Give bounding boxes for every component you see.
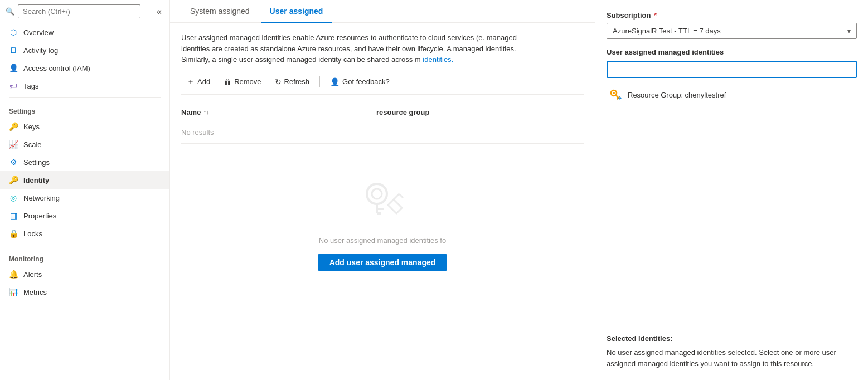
data-table: Name ↑↓ resource group No results <box>181 104 584 144</box>
identities-link[interactable]: identities. <box>423 55 453 64</box>
empty-state-text: No user assigned managed identities fo <box>319 236 446 245</box>
identity-key-icon: ↑ <box>609 88 622 101</box>
collapse-button[interactable]: « <box>154 6 164 18</box>
dropdown-arrow-icon: ▾ <box>847 27 851 35</box>
search-icon: 🔍 <box>6 7 14 16</box>
monitoring-divider <box>9 245 161 245</box>
tabs-row: System assigned User assigned <box>170 0 595 23</box>
svg-text:↑: ↑ <box>619 96 620 99</box>
settings-divider <box>9 97 161 98</box>
add-button[interactable]: ＋ Add <box>181 74 216 90</box>
sort-icon[interactable]: ↑↓ <box>203 109 209 115</box>
sidebar-item-overview[interactable]: ⬡ Overview <box>0 23 169 41</box>
main-content: System assigned User assigned User assig… <box>170 0 595 380</box>
settings-icon: ⚙ <box>9 158 18 167</box>
svg-point-9 <box>613 92 615 94</box>
add-user-assigned-button[interactable]: Add user assigned managed <box>318 254 447 271</box>
sidebar-item-activity-log[interactable]: 🗒 Activity log <box>0 41 169 59</box>
settings-section-label: Settings <box>0 100 169 118</box>
col-header-resource-group: resource group <box>376 108 584 116</box>
alerts-icon: 🔔 <box>9 270 18 279</box>
identity-icon: 🔑 <box>9 176 18 184</box>
sidebar: 🔍 « ⬡ Overview 🗒 Activity log 👤 Access c… <box>0 0 170 380</box>
selected-identities-label: Selected identities: <box>607 334 857 343</box>
monitoring-section-label: Monitoring <box>0 247 169 265</box>
col-header-name: Name ↑↓ <box>181 108 376 116</box>
selected-identities-text: No user assigned managed identities sele… <box>607 347 857 369</box>
empty-state: No user assigned managed identities fo A… <box>181 144 584 282</box>
search-bar: 🔍 « <box>0 0 169 23</box>
tags-icon: 🏷 <box>9 81 18 90</box>
subscription-dropdown[interactable]: AzureSignalR Test - TTL = 7 days ▾ <box>607 23 857 39</box>
sidebar-item-networking[interactable]: ◎ Networking <box>0 189 169 207</box>
sidebar-item-access-control[interactable]: 👤 Access control (IAM) <box>0 59 169 77</box>
sidebar-item-alerts[interactable]: 🔔 Alerts <box>0 265 169 283</box>
empty-state-icon <box>357 177 408 227</box>
properties-icon: ▦ <box>9 211 18 220</box>
sidebar-item-scale[interactable]: 📈 Scale <box>0 135 169 153</box>
add-icon: ＋ <box>187 77 195 87</box>
toolbar-divider <box>319 76 320 87</box>
scale-icon: 📈 <box>9 140 18 149</box>
svg-line-7 <box>399 194 403 198</box>
subscription-value: AzureSignalR Test - TTL = 7 days <box>613 27 721 35</box>
feedback-icon: 👤 <box>330 77 340 86</box>
sidebar-item-properties[interactable]: ▦ Properties <box>0 207 169 225</box>
remove-icon: 🗑 <box>224 77 231 86</box>
required-star: * <box>654 11 657 20</box>
tab-system-assigned[interactable]: System assigned <box>181 0 259 23</box>
sidebar-item-metrics[interactable]: 📊 Metrics <box>0 283 169 301</box>
metrics-icon: 📊 <box>9 288 18 296</box>
access-control-icon: 👤 <box>9 64 18 72</box>
remove-button[interactable]: 🗑 Remove <box>218 75 266 89</box>
no-results-row: No results <box>181 121 584 144</box>
identity-item-label: Resource Group: chenyltestref <box>628 91 726 99</box>
identity-list-item[interactable]: ↑ Resource Group: chenyltestref <box>607 85 857 105</box>
svg-point-1 <box>372 189 382 199</box>
overview-icon: ⬡ <box>9 28 18 37</box>
locks-icon: 🔒 <box>9 229 18 238</box>
sidebar-item-settings[interactable]: ⚙ Settings <box>0 153 169 171</box>
svg-marker-5 <box>388 199 402 213</box>
right-panel: Subscription * AzureSignalR Test - TTL =… <box>595 0 868 380</box>
feedback-button[interactable]: 👤 Got feedback? <box>324 75 395 89</box>
identities-section-label: User assigned managed identities <box>607 48 857 56</box>
networking-icon: ◎ <box>9 193 18 202</box>
identity-search-input[interactable] <box>607 61 857 78</box>
search-input[interactable] <box>18 4 140 18</box>
keys-icon: 🔑 <box>9 122 18 131</box>
selected-identities-section: Selected identities: No user assigned ma… <box>607 323 857 369</box>
activity-log-icon: 🗒 <box>9 46 18 55</box>
table-header: Name ↑↓ resource group <box>181 104 584 121</box>
toolbar: ＋ Add 🗑 Remove ↻ Refresh 👤 Got feedback? <box>181 74 584 95</box>
refresh-button[interactable]: ↻ Refresh <box>269 75 316 89</box>
refresh-icon: ↻ <box>275 77 282 86</box>
subscription-label: Subscription * <box>607 11 857 20</box>
content-area: User assigned managed identities enable … <box>170 23 595 380</box>
sidebar-item-keys[interactable]: 🔑 Keys <box>0 118 169 135</box>
svg-line-6 <box>394 194 399 199</box>
sidebar-item-locks[interactable]: 🔒 Locks <box>0 225 169 242</box>
sidebar-item-identity[interactable]: 🔑 Identity <box>0 171 169 189</box>
sidebar-item-tags[interactable]: 🏷 Tags <box>0 77 169 95</box>
description-text: User assigned managed identities enable … <box>181 32 544 65</box>
svg-point-0 <box>367 184 387 204</box>
tab-user-assigned[interactable]: User assigned <box>261 0 332 23</box>
